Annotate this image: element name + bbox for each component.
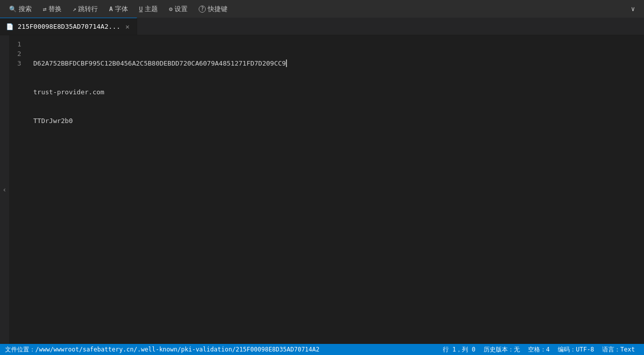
shortcuts-button[interactable]: ? 快捷键 (194, 2, 232, 16)
file-icon: 📄 (6, 23, 14, 30)
goto-icon: ↗ (73, 6, 76, 13)
shortcuts-label: 快捷键 (208, 5, 227, 14)
font-button[interactable]: A 字体 (104, 2, 133, 16)
status-path: 文件位置：/www/wwwroot/safebattery.cn/.well-k… (5, 345, 439, 354)
tab-bar: 📄 215F00098E8D35AD70714A2... × (0, 18, 644, 35)
search-label: 搜索 (19, 5, 32, 14)
line-number-1: 1 (9, 39, 25, 49)
line-number-3: 3 (9, 58, 25, 68)
code-line-3: TTDrJwr2b0 (33, 116, 644, 126)
theme-button[interactable]: U 主题 (134, 2, 163, 16)
line-numbers: 1 2 3 (9, 35, 29, 344)
tab-filename: 215F00098E8D35AD70714A2... (18, 23, 121, 30)
sidebar-toggle-button[interactable]: ‹ (0, 35, 9, 344)
goto-button[interactable]: ↗ 跳转行 (68, 2, 103, 16)
more-button[interactable]: ∨ (626, 2, 640, 16)
editor-container: ‹ 1 2 3 D62A752BBFDCBF995C12B0456A2C5B80… (0, 35, 644, 344)
font-label: 字体 (115, 5, 128, 14)
status-row-col[interactable]: 行 1，列 0 (439, 344, 480, 355)
code-editor[interactable]: D62A752BBFDCBF995C12B0456A2C5B80DEBDD720… (29, 35, 644, 344)
more-icon: ∨ (631, 5, 635, 13)
search-button[interactable]: 🔍 搜索 (4, 2, 37, 16)
status-history[interactable]: 历史版本：无 (480, 344, 524, 355)
status-language[interactable]: 语言：Text (598, 344, 639, 355)
chevron-left-icon: ‹ (3, 186, 7, 194)
active-tab[interactable]: 📄 215F00098E8D35AD70714A2... × (0, 18, 137, 35)
code-text-1: D62A752BBFDCBF995C12B0456A2C5B80DEBDD720… (33, 58, 286, 68)
toolbar: 🔍 搜索 ⇄ 替换 ↗ 跳转行 A 字体 U 主题 ⚙ 设置 ? 快捷键 ∨ (0, 0, 644, 18)
settings-label: 设置 (174, 5, 188, 14)
status-encoding[interactable]: 编码：UTF-8 (554, 344, 598, 355)
code-text-3: TTDrJwr2b0 (33, 116, 73, 126)
status-bar: 文件位置：/www/wwwroot/safebattery.cn/.well-k… (0, 344, 644, 355)
settings-icon: ⚙ (169, 6, 172, 13)
replace-button[interactable]: ⇄ 替换 (38, 2, 67, 16)
search-icon: 🔍 (9, 6, 17, 13)
font-icon: A (109, 6, 112, 13)
status-space[interactable]: 空格：4 (524, 344, 554, 355)
goto-label: 跳转行 (78, 5, 98, 14)
theme-label: 主题 (145, 5, 158, 14)
tab-close-button[interactable]: × (125, 22, 131, 31)
code-line-2: trust-provider.com (33, 87, 644, 97)
line-number-2: 2 (9, 49, 25, 58)
replace-label: 替换 (48, 5, 62, 14)
cursor (286, 60, 287, 67)
settings-button[interactable]: ⚙ 设置 (164, 2, 193, 16)
theme-icon: U (139, 6, 143, 13)
code-line-1: D62A752BBFDCBF995C12B0456A2C5B80DEBDD720… (33, 58, 644, 68)
status-right: 行 1，列 0 历史版本：无 空格：4 编码：UTF-8 语言：Text (439, 344, 639, 355)
replace-icon: ⇄ (43, 6, 46, 13)
code-text-2: trust-provider.com (33, 87, 104, 97)
shortcuts-icon: ? (199, 6, 206, 13)
